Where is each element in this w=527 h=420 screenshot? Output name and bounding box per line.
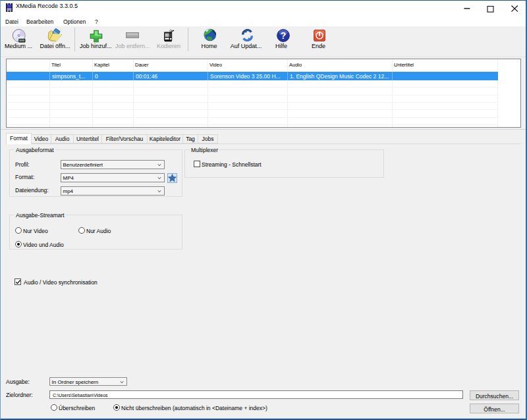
svg-text:DVD: DVD <box>20 39 25 42</box>
svg-text:?: ? <box>281 30 287 41</box>
